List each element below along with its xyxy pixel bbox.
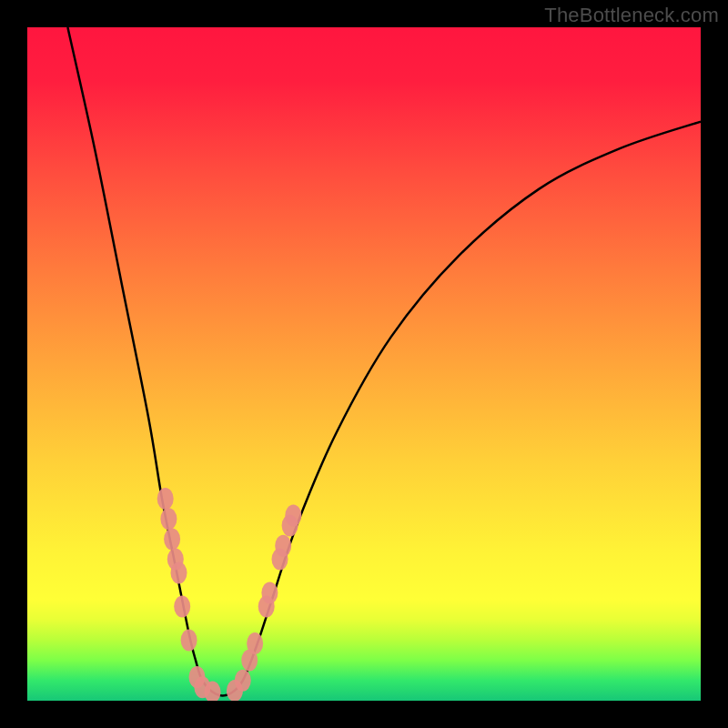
data-marker: [247, 632, 263, 654]
data-marker: [261, 582, 278, 604]
chart-frame: TheBottleneck.com: [0, 0, 728, 728]
data-marker: [174, 595, 190, 617]
watermark-label: TheBottleneck.com: [544, 4, 719, 27]
data-marker: [181, 629, 197, 651]
data-marker: [285, 505, 301, 527]
data-marker: [160, 508, 177, 530]
chart-svg: [27, 27, 701, 701]
data-marker: [157, 488, 174, 510]
data-marker: [164, 528, 180, 550]
data-marker: [235, 670, 251, 692]
data-marker: [171, 561, 187, 583]
data-marker: [275, 535, 291, 557]
bottleneck-curve-path: [67, 27, 701, 695]
chart-plot-area: [27, 27, 701, 701]
curve-layer: [67, 27, 701, 695]
marker-layer: [157, 488, 302, 701]
